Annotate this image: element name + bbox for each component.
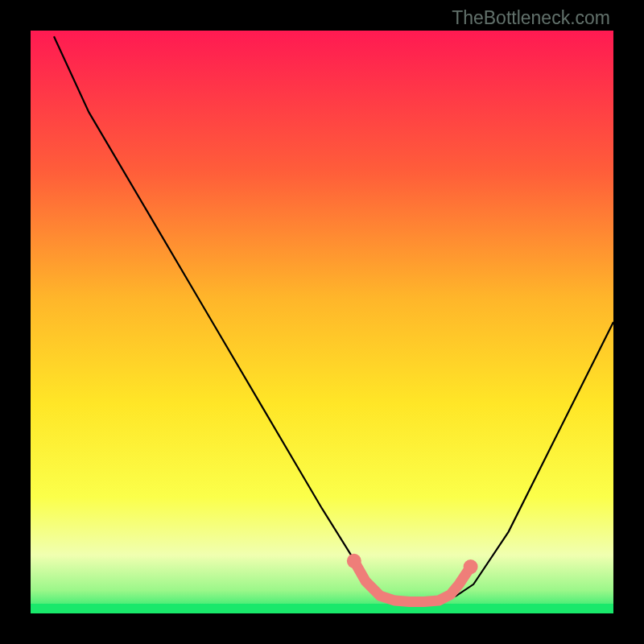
chart-frame: TheBottleneck.com [0, 0, 644, 644]
highlight-end-dot [347, 554, 361, 568]
bottleneck-chart [31, 31, 613, 613]
gradient-background [31, 31, 613, 613]
plot-area [31, 31, 613, 613]
attribution-text: TheBottleneck.com [452, 7, 610, 29]
bottom-band [31, 604, 613, 613]
highlight-end-dot [464, 559, 478, 574]
